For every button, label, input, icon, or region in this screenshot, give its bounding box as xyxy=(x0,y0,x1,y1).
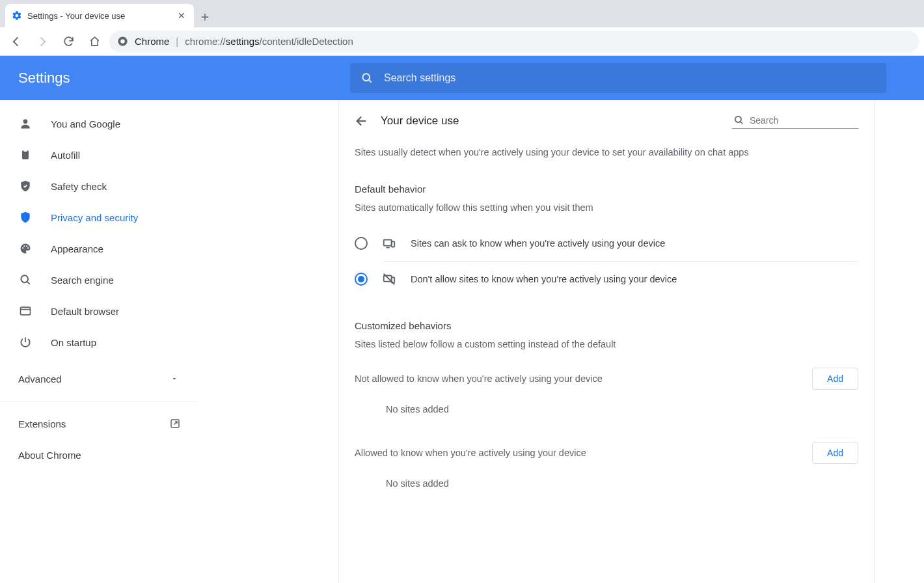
open-external-icon xyxy=(169,418,181,429)
sidebar-item-appearance[interactable]: Appearance xyxy=(0,233,197,264)
sidebar-item-label: Privacy and security xyxy=(51,212,138,223)
settings-sidebar: You and Google Autofill Safety check Pri… xyxy=(0,100,197,583)
svg-rect-15 xyxy=(392,241,395,247)
customized-behaviors-sub: Sites listed below follow a custom setti… xyxy=(339,331,874,349)
page-description: Sites usually detect when you're activel… xyxy=(339,133,874,160)
settings-search[interactable] xyxy=(350,63,886,93)
radio-block[interactable]: Don't allow sites to know when you're ac… xyxy=(355,262,858,297)
sidebar-item-privacy-security[interactable]: Privacy and security xyxy=(0,202,197,233)
svg-point-13 xyxy=(735,116,741,122)
shield-check-icon xyxy=(18,180,33,193)
new-tab-button[interactable]: ＋ xyxy=(194,5,216,27)
radio-allow[interactable]: Sites can ask to know when you're active… xyxy=(355,226,858,261)
settings-panel: Your device use Sites usually detect whe… xyxy=(338,100,875,583)
sidebar-item-search-engine[interactable]: Search engine xyxy=(0,264,197,295)
clipboard-icon xyxy=(18,148,33,161)
chevron-down-icon xyxy=(170,375,178,383)
not-allowed-label: Not allowed to know when you're actively… xyxy=(355,373,603,384)
devices-blocked-icon xyxy=(382,272,396,286)
panel-back-button[interactable] xyxy=(355,114,369,128)
sidebar-item-label: Appearance xyxy=(51,243,103,254)
add-not-allowed-button[interactable]: Add xyxy=(812,368,858,390)
svg-rect-14 xyxy=(384,239,392,245)
shield-icon xyxy=(18,211,33,224)
power-icon xyxy=(18,336,33,349)
url-text: chrome://settings/content/idleDetection xyxy=(185,36,353,47)
devices-icon xyxy=(382,236,396,251)
tab-strip: Settings - Your device use ✕ ＋ xyxy=(0,0,924,27)
sidebar-item-about-chrome[interactable]: About Chrome xyxy=(0,439,197,470)
svg-rect-5 xyxy=(24,150,27,152)
tab-title: Settings - Your device use xyxy=(27,11,170,21)
sidebar-advanced[interactable]: Advanced xyxy=(0,363,197,394)
reload-button[interactable] xyxy=(57,31,79,53)
not-allowed-empty: No sites added xyxy=(339,390,874,414)
gear-icon xyxy=(12,10,22,21)
browser-toolbar: Chrome | chrome://settings/content/idleD… xyxy=(0,27,924,56)
back-button[interactable] xyxy=(5,31,27,53)
radio-block-label: Don't allow sites to know when you're ac… xyxy=(411,274,677,284)
sidebar-item-on-startup[interactable]: On startup xyxy=(0,327,197,358)
radio-allow-label: Sites can ask to know when you're active… xyxy=(411,238,665,249)
sidebar-item-label: Search engine xyxy=(51,275,114,286)
customized-behaviors-title: Customized behaviors xyxy=(339,297,874,331)
sidebar-item-label: Autofill xyxy=(51,150,80,161)
sidebar-item-label: Safety check xyxy=(51,181,107,192)
allowed-empty: No sites added xyxy=(339,464,874,489)
svg-point-8 xyxy=(26,245,27,247)
add-allowed-button[interactable]: Add xyxy=(812,442,858,464)
advanced-label: Advanced xyxy=(18,373,62,385)
svg-point-10 xyxy=(21,275,28,282)
svg-point-1 xyxy=(120,39,124,43)
forward-button[interactable] xyxy=(31,31,53,53)
sidebar-item-label: You and Google xyxy=(51,118,120,129)
svg-point-2 xyxy=(362,74,370,81)
default-behavior-title: Default behavior xyxy=(339,160,874,195)
svg-point-3 xyxy=(23,119,28,124)
radio-button[interactable] xyxy=(355,237,368,250)
close-tab-icon[interactable]: ✕ xyxy=(176,10,187,21)
panel-search-input[interactable] xyxy=(750,115,863,126)
chrome-icon xyxy=(117,36,128,47)
home-button[interactable] xyxy=(83,31,105,53)
address-bar[interactable]: Chrome | chrome://settings/content/idleD… xyxy=(109,31,919,53)
page-title: Your device use xyxy=(381,115,720,128)
search-icon xyxy=(18,273,33,286)
sidebar-item-label: Default browser xyxy=(51,306,119,317)
default-behavior-sub: Sites automatically follow this setting … xyxy=(339,195,874,213)
sidebar-item-autofill[interactable]: Autofill xyxy=(0,139,197,170)
settings-appbar: Settings xyxy=(0,56,924,100)
search-icon xyxy=(360,72,374,85)
svg-point-7 xyxy=(23,245,25,247)
appbar-title: Settings xyxy=(18,70,324,87)
svg-point-9 xyxy=(27,247,29,249)
person-icon xyxy=(18,117,33,130)
svg-rect-4 xyxy=(22,150,29,159)
sidebar-item-safety-check[interactable]: Safety check xyxy=(0,170,197,202)
sidebar-item-label: About Chrome xyxy=(18,450,81,461)
settings-search-input[interactable] xyxy=(384,72,876,84)
radio-button[interactable] xyxy=(355,273,368,286)
palette-icon xyxy=(18,242,33,255)
sidebar-item-label: Extensions xyxy=(18,418,66,429)
svg-rect-11 xyxy=(21,307,31,315)
allowed-label: Allowed to know when you're actively usi… xyxy=(355,448,586,458)
url-product: Chrome xyxy=(135,36,169,47)
sidebar-item-you-and-google[interactable]: You and Google xyxy=(0,108,197,139)
panel-search[interactable] xyxy=(732,113,858,129)
url-separator: | xyxy=(176,36,178,47)
sidebar-item-extensions[interactable]: Extensions xyxy=(0,408,197,439)
sidebar-item-default-browser[interactable]: Default browser xyxy=(0,295,197,327)
browser-tab[interactable]: Settings - Your device use ✕ xyxy=(5,4,194,27)
browser-icon xyxy=(18,305,33,318)
search-icon xyxy=(733,115,744,126)
svg-point-6 xyxy=(22,247,23,249)
sidebar-item-label: On startup xyxy=(51,337,96,348)
